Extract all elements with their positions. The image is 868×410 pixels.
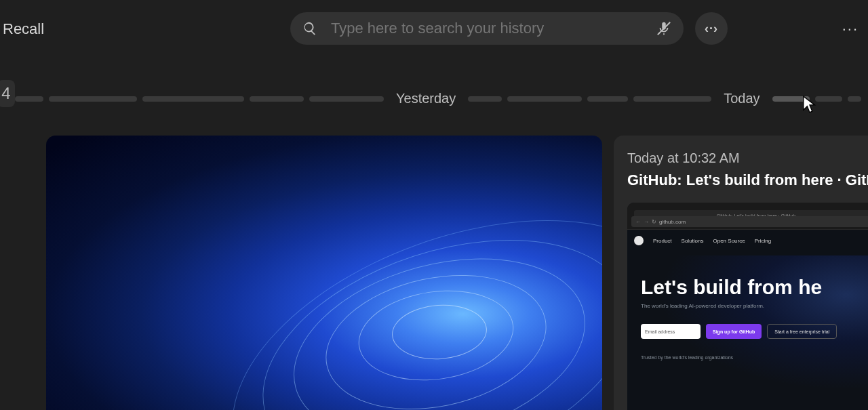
nav-item: Open Source: [713, 238, 745, 244]
code-icon: ‹·›: [705, 22, 718, 36]
nav-item: Product: [653, 238, 672, 244]
back-icon: ←: [635, 219, 641, 225]
preview-thumbnail[interactable]: GitHub: Let's build from here · GitHub ←…: [627, 203, 868, 410]
timeline-segments: Yesterday Today: [15, 91, 868, 106]
nav-item: Pricing: [755, 238, 771, 244]
timeline[interactable]: 4 Yesterday Today: [0, 76, 868, 110]
timeline-segment[interactable]: [848, 96, 861, 102]
timeline-segment[interactable]: [815, 96, 842, 102]
address-bar: ← → ↻ github.com: [631, 216, 868, 227]
forward-icon: →: [644, 219, 649, 225]
timeline-segment[interactable]: [250, 96, 304, 102]
timeline-segment[interactable]: [468, 96, 502, 102]
github-logo-icon: [634, 236, 644, 245]
code-toggle-button[interactable]: ‹·›: [695, 12, 728, 45]
search-icon: [302, 21, 317, 36]
main-snapshot[interactable]: [46, 136, 602, 410]
more-menu-button[interactable]: ···: [842, 20, 859, 38]
github-hero: Let's build from he The world's leading …: [627, 255, 868, 410]
hero-subtitle: The world's leading AI-powered developer…: [641, 303, 868, 309]
email-field: Email address: [641, 324, 701, 339]
preview-timestamp: Today at 10:32 AM: [627, 150, 868, 166]
hero-title: Let's build from he: [641, 276, 868, 299]
timeline-segment-current[interactable]: [772, 96, 810, 102]
timeline-segment[interactable]: [142, 96, 244, 102]
timeline-segment[interactable]: [633, 96, 711, 102]
timeline-label-today: Today: [724, 91, 760, 106]
search-input[interactable]: [331, 20, 671, 37]
nav-item: Solutions: [682, 238, 704, 244]
trust-text: Trusted by the world's leading organizat…: [641, 355, 868, 360]
timeline-segment[interactable]: [507, 96, 582, 102]
search-bar[interactable]: [290, 12, 684, 45]
preview-title: GitHub: Let's build from here · GitH: [627, 171, 868, 189]
refresh-icon: ↻: [652, 219, 656, 225]
timeline-segment[interactable]: [15, 96, 43, 102]
timeline-segment[interactable]: [587, 96, 628, 102]
address-text: github.com: [659, 219, 686, 225]
snapshot-preview-card[interactable]: Today at 10:32 AM GitHub: Let's build fr…: [614, 136, 868, 410]
signup-button: Sign up for GitHub: [706, 324, 762, 339]
timeline-date-badge[interactable]: 4: [0, 80, 15, 107]
timeline-segment[interactable]: [49, 96, 137, 102]
timeline-segment[interactable]: [309, 96, 384, 102]
trial-button: Start a free enterprise trial: [767, 324, 837, 339]
cta-row: Email address Sign up for GitHub Start a…: [641, 324, 868, 339]
timeline-label-yesterday: Yesterday: [396, 91, 456, 106]
app-title: Recall: [3, 20, 44, 38]
mic-toggle-button[interactable]: [654, 18, 674, 39]
github-nav: Product Solutions Open Source Pricing: [627, 232, 868, 249]
header: Recall ‹·› ···: [0, 0, 868, 54]
browser-chrome: GitHub: Let's build from here · GitHub ←…: [627, 203, 868, 230]
